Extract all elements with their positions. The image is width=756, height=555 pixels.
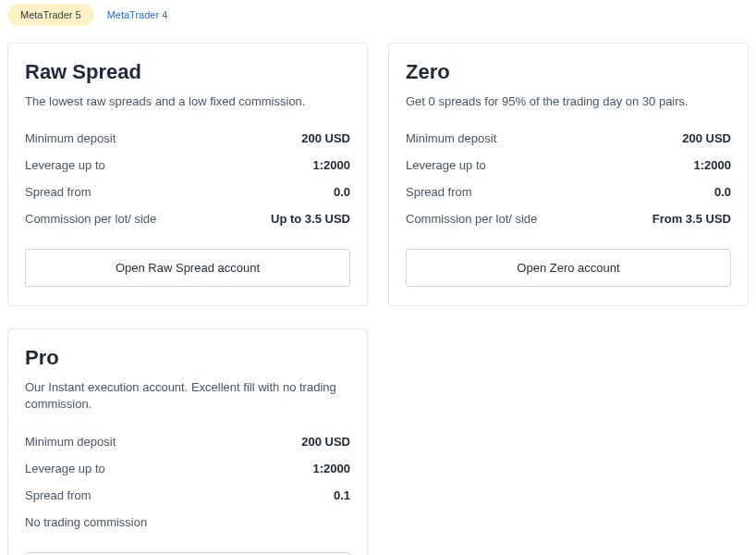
spec-label: Commission per lot/ side [25,212,156,226]
spec-value: 200 USD [682,131,731,145]
spec-row: Commission per lot/ side From 3.5 USD [406,205,731,232]
spec-row: Leverage up to 1:2000 [25,455,350,482]
card-zero: Zero Get 0 spreads for 95% of the tradin… [388,43,749,306]
card-description: The lowest raw spreads and a low fixed c… [25,93,350,110]
spec-label: Minimum deposit [25,435,116,449]
spec-value: 200 USD [301,131,350,145]
spec-value: 200 USD [301,435,350,449]
tab-metatrader4[interactable]: MetaTrader 4 [94,4,181,26]
spec-value: 0.0 [714,185,731,199]
spec-value: Up to 3.5 USD [271,212,350,226]
spec-label: Leverage up to [25,158,105,172]
spec-label: Leverage up to [406,158,486,172]
spec-row: Spread from 0.0 [406,179,731,205]
card-raw-spread: Raw Spread The lowest raw spreads and a … [7,43,368,306]
spec-value: 1:2000 [694,158,731,172]
platform-tabs: MetaTrader 5 MetaTrader 4 [7,0,749,26]
open-zero-button[interactable]: Open Zero account [406,249,731,287]
spec-label: Minimum deposit [406,131,496,145]
card-description: Our Instant execution account. Excellent… [25,379,350,413]
spec-value: 0.1 [334,488,350,502]
spec-row: Minimum deposit 200 USD [25,125,350,152]
spec-value: 1:2000 [313,462,350,475]
spec-label: Leverage up to [25,462,105,475]
spec-row: Minimum deposit 200 USD [406,125,731,152]
spec-row: Spread from 0.1 [25,482,350,509]
card-title: Raw Spread [25,60,350,84]
spec-row: Minimum deposit 200 USD [25,428,350,455]
spec-note: No trading commission [25,509,350,536]
card-title: Pro [25,346,350,370]
spec-value: 0.0 [334,185,350,199]
account-cards-grid: Raw Spread The lowest raw spreads and a … [7,43,749,555]
card-pro: Pro Our Instant execution account. Excel… [7,328,368,555]
card-title: Zero [406,60,731,84]
open-pro-button[interactable]: Open Pro account [25,552,350,555]
spec-row: Leverage up to 1:2000 [25,152,350,179]
card-description: Get 0 spreads for 95% of the trading day… [406,93,731,110]
spec-label: Spread from [25,185,91,199]
spec-row: Leverage up to 1:2000 [406,152,731,179]
spec-row: Spread from 0.0 [25,179,350,205]
spec-label: Spread from [25,488,91,502]
spec-value: 1:2000 [313,158,350,172]
tab-metatrader5[interactable]: MetaTrader 5 [7,4,94,26]
spec-label: Minimum deposit [25,131,116,145]
spec-value: From 3.5 USD [652,212,731,226]
open-raw-spread-button[interactable]: Open Raw Spread account [25,249,350,287]
spec-label: Spread from [406,185,472,199]
spec-label: Commission per lot/ side [406,212,537,226]
spec-row: Commission per lot/ side Up to 3.5 USD [25,205,350,232]
